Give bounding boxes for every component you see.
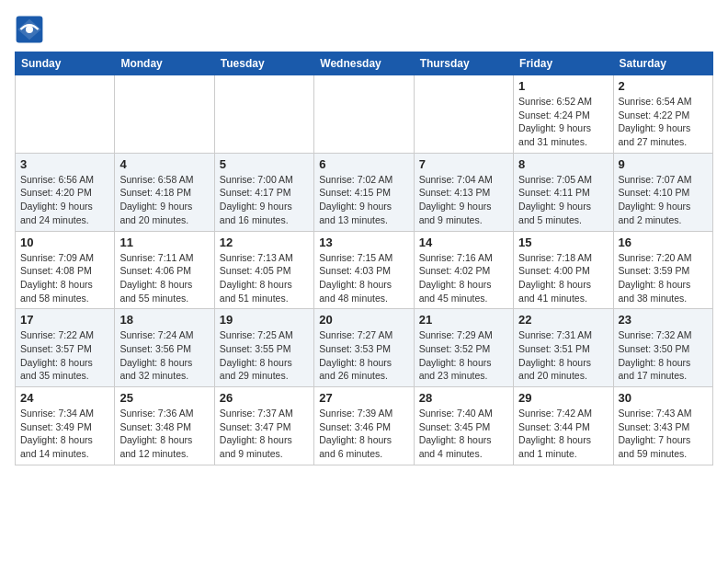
calendar-cell: 10Sunrise: 7:09 AM Sunset: 4:08 PM Dayli…: [16, 231, 115, 309]
calendar-cell: 23Sunrise: 7:32 AM Sunset: 3:50 PM Dayli…: [613, 309, 712, 387]
day-number: 6: [319, 157, 408, 171]
day-number: 19: [220, 313, 309, 327]
day-info: Sunrise: 7:04 AM Sunset: 4:13 PM Dayligh…: [419, 173, 508, 227]
calendar-cell: 27Sunrise: 7:39 AM Sunset: 3:46 PM Dayli…: [314, 387, 414, 465]
day-info: Sunrise: 7:29 AM Sunset: 3:52 PM Dayligh…: [419, 328, 508, 383]
calendar-cell: 4Sunrise: 6:58 AM Sunset: 4:18 PM Daylig…: [115, 153, 214, 231]
day-number: 3: [20, 157, 109, 171]
day-number: 26: [220, 391, 309, 405]
calendar-cell: 18Sunrise: 7:24 AM Sunset: 3:56 PM Dayli…: [115, 309, 214, 387]
day-info: Sunrise: 7:05 AM Sunset: 4:11 PM Dayligh…: [518, 173, 608, 227]
calendar-cell: 12Sunrise: 7:13 AM Sunset: 4:05 PM Dayli…: [214, 231, 313, 309]
day-info: Sunrise: 7:24 AM Sunset: 3:56 PM Dayligh…: [119, 328, 209, 383]
calendar-week-2: 3Sunrise: 6:56 AM Sunset: 4:20 PM Daylig…: [16, 153, 713, 231]
day-number: 11: [119, 236, 209, 249]
day-info: Sunrise: 7:07 AM Sunset: 4:10 PM Dayligh…: [619, 173, 708, 227]
day-number: 10: [20, 236, 109, 249]
day-info: Sunrise: 7:36 AM Sunset: 3:48 PM Dayligh…: [119, 407, 209, 461]
day-info: Sunrise: 7:02 AM Sunset: 4:15 PM Dayligh…: [319, 173, 408, 227]
weekday-header-row: SundayMondayTuesdayWednesdayThursdayFrid…: [16, 52, 713, 75]
calendar-cell: 20Sunrise: 7:27 AM Sunset: 3:53 PM Dayli…: [314, 309, 414, 387]
day-number: 1: [518, 79, 608, 93]
day-info: Sunrise: 7:18 AM Sunset: 4:00 PM Dayligh…: [518, 251, 608, 305]
day-info: Sunrise: 7:20 AM Sunset: 3:59 PM Dayligh…: [619, 251, 708, 305]
svg-point-2: [26, 26, 33, 33]
day-number: 8: [518, 157, 608, 171]
day-number: 14: [419, 236, 508, 249]
day-info: Sunrise: 7:00 AM Sunset: 4:17 PM Dayligh…: [220, 173, 309, 227]
day-number: 18: [119, 313, 209, 327]
calendar-cell: 2Sunrise: 6:54 AM Sunset: 4:22 PM Daylig…: [613, 75, 712, 154]
day-info: Sunrise: 7:32 AM Sunset: 3:50 PM Dayligh…: [619, 328, 708, 383]
calendar-cell: 30Sunrise: 7:43 AM Sunset: 3:43 PM Dayli…: [613, 387, 712, 465]
day-number: 29: [518, 391, 608, 405]
day-number: 30: [619, 391, 708, 405]
calendar-cell: 17Sunrise: 7:22 AM Sunset: 3:57 PM Dayli…: [16, 309, 115, 387]
day-number: 20: [319, 313, 408, 327]
day-info: Sunrise: 7:25 AM Sunset: 3:55 PM Dayligh…: [220, 328, 309, 383]
day-number: 22: [518, 313, 608, 327]
calendar-cell: 25Sunrise: 7:36 AM Sunset: 3:48 PM Dayli…: [115, 387, 214, 465]
calendar-cell: 9Sunrise: 7:07 AM Sunset: 4:10 PM Daylig…: [613, 153, 712, 231]
calendar-cell: 3Sunrise: 6:56 AM Sunset: 4:20 PM Daylig…: [16, 153, 115, 231]
calendar-cell: [16, 75, 115, 154]
page-header: [15, 15, 713, 44]
day-number: 5: [220, 157, 309, 171]
day-info: Sunrise: 7:22 AM Sunset: 3:57 PM Dayligh…: [20, 328, 109, 383]
day-info: Sunrise: 7:37 AM Sunset: 3:47 PM Dayligh…: [220, 407, 309, 461]
day-info: Sunrise: 7:09 AM Sunset: 4:08 PM Dayligh…: [20, 251, 109, 305]
logo: [15, 15, 48, 44]
calendar-cell: 14Sunrise: 7:16 AM Sunset: 4:02 PM Dayli…: [414, 231, 513, 309]
calendar-week-1: 1Sunrise: 6:52 AM Sunset: 4:24 PM Daylig…: [16, 75, 713, 154]
calendar-cell: 1Sunrise: 6:52 AM Sunset: 4:24 PM Daylig…: [514, 75, 613, 154]
day-number: 24: [20, 391, 109, 405]
day-number: 21: [419, 313, 508, 327]
day-info: Sunrise: 7:16 AM Sunset: 4:02 PM Dayligh…: [419, 251, 508, 305]
calendar-cell: 24Sunrise: 7:34 AM Sunset: 3:49 PM Dayli…: [16, 387, 115, 465]
calendar-cell: 19Sunrise: 7:25 AM Sunset: 3:55 PM Dayli…: [214, 309, 313, 387]
day-info: Sunrise: 7:42 AM Sunset: 3:44 PM Dayligh…: [518, 407, 608, 461]
calendar-cell: 21Sunrise: 7:29 AM Sunset: 3:52 PM Dayli…: [414, 309, 513, 387]
calendar-cell: [314, 75, 414, 154]
day-number: 4: [119, 157, 209, 171]
calendar-cell: 15Sunrise: 7:18 AM Sunset: 4:00 PM Dayli…: [514, 231, 613, 309]
day-number: 12: [220, 236, 309, 249]
weekday-header-saturday: Saturday: [613, 52, 712, 75]
day-number: 17: [20, 313, 109, 327]
day-number: 7: [419, 157, 508, 171]
calendar-cell: 13Sunrise: 7:15 AM Sunset: 4:03 PM Dayli…: [314, 231, 414, 309]
day-number: 9: [619, 157, 708, 171]
day-number: 27: [319, 391, 408, 405]
day-number: 13: [319, 236, 408, 249]
calendar-cell: [214, 75, 313, 154]
weekday-header-tuesday: Tuesday: [214, 52, 313, 75]
day-info: Sunrise: 7:43 AM Sunset: 3:43 PM Dayligh…: [619, 407, 708, 461]
calendar-cell: 22Sunrise: 7:31 AM Sunset: 3:51 PM Dayli…: [514, 309, 613, 387]
day-number: 16: [619, 236, 708, 249]
calendar-cell: 6Sunrise: 7:02 AM Sunset: 4:15 PM Daylig…: [314, 153, 414, 231]
weekday-header-monday: Monday: [115, 52, 214, 75]
calendar-cell: 11Sunrise: 7:11 AM Sunset: 4:06 PM Dayli…: [115, 231, 214, 309]
calendar-cell: [414, 75, 513, 154]
calendar-cell: [115, 75, 214, 154]
calendar-cell: 26Sunrise: 7:37 AM Sunset: 3:47 PM Dayli…: [214, 387, 313, 465]
day-info: Sunrise: 7:15 AM Sunset: 4:03 PM Dayligh…: [319, 251, 408, 305]
day-info: Sunrise: 7:11 AM Sunset: 4:06 PM Dayligh…: [119, 251, 209, 305]
calendar-week-5: 24Sunrise: 7:34 AM Sunset: 3:49 PM Dayli…: [16, 387, 713, 465]
day-info: Sunrise: 7:31 AM Sunset: 3:51 PM Dayligh…: [518, 328, 608, 383]
day-info: Sunrise: 6:56 AM Sunset: 4:20 PM Dayligh…: [20, 173, 109, 227]
calendar-cell: 8Sunrise: 7:05 AM Sunset: 4:11 PM Daylig…: [514, 153, 613, 231]
calendar-cell: 16Sunrise: 7:20 AM Sunset: 3:59 PM Dayli…: [613, 231, 712, 309]
day-info: Sunrise: 7:39 AM Sunset: 3:46 PM Dayligh…: [319, 407, 408, 461]
day-number: 25: [119, 391, 209, 405]
day-info: Sunrise: 7:27 AM Sunset: 3:53 PM Dayligh…: [319, 328, 408, 383]
day-number: 23: [619, 313, 708, 327]
calendar-cell: 28Sunrise: 7:40 AM Sunset: 3:45 PM Dayli…: [414, 387, 513, 465]
day-info: Sunrise: 7:40 AM Sunset: 3:45 PM Dayligh…: [419, 407, 508, 461]
logo-icon: [15, 15, 44, 44]
calendar-cell: 29Sunrise: 7:42 AM Sunset: 3:44 PM Dayli…: [514, 387, 613, 465]
day-info: Sunrise: 7:34 AM Sunset: 3:49 PM Dayligh…: [20, 407, 109, 461]
weekday-header-wednesday: Wednesday: [314, 52, 414, 75]
calendar-cell: 7Sunrise: 7:04 AM Sunset: 4:13 PM Daylig…: [414, 153, 513, 231]
day-number: 15: [518, 236, 608, 249]
